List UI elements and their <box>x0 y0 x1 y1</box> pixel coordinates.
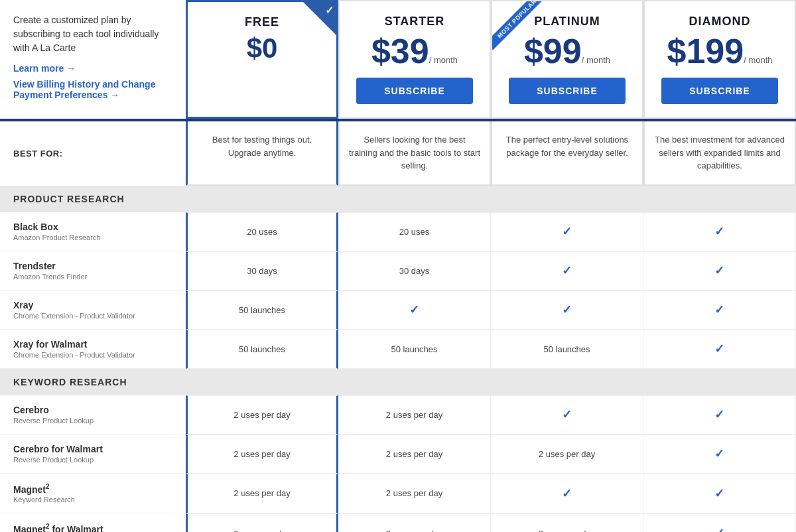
feature-sub-cerebro: Reverse Product Lookup <box>13 417 172 425</box>
feature-cell-trendster-diamond: ✓ <box>643 251 796 291</box>
feature-cell-cerebro-diamond: ✓ <box>643 395 796 434</box>
feature-label-magnet-walmart: Magnet2 for Walmart Keyword Research <box>0 513 186 532</box>
feature-name-cerebro-walmart: Cerebro for Walmart <box>13 444 172 454</box>
plan-price-diamond: $199/ month <box>651 34 788 68</box>
feature-cell-magnet-walmart-platinum: 2 uses per day <box>491 513 643 532</box>
plan-name-diamond: DIAMOND <box>651 15 788 29</box>
best-for-label: BEST FOR: <box>0 121 186 186</box>
subscribe-button-diamond[interactable]: SUBSCRIBE <box>661 78 777 104</box>
checkmark-icon: ✓ <box>714 526 724 532</box>
feature-cell-black-box-platinum: ✓ <box>491 212 643 251</box>
feature-cell-cerebro-walmart-starter: 2 uses per day <box>338 434 491 474</box>
feature-cell-cerebro-walmart-free: 2 uses per day <box>186 434 338 474</box>
plan-header-starter: STARTER $39/ month SUBSCRIBE <box>338 0 491 119</box>
feature-sub-cerebro-walmart: Reverse Product Lookup <box>13 456 172 464</box>
most-popular-ribbon-wrapper: MOST POPULAR <box>492 1 545 54</box>
feature-sub-magnet: Keyword Research <box>13 496 172 503</box>
feature-sub-trendster: Amazon Trends Finder <box>13 273 172 281</box>
feature-cell-xray-walmart-platinum: 50 launches <box>491 330 643 369</box>
checkmark-icon: ✓ <box>562 224 572 239</box>
checkmark-icon: ✓ <box>562 486 572 501</box>
header-info: Create a customized plan by subscribing … <box>0 0 186 119</box>
learn-more-link[interactable]: Learn more → <box>13 63 172 74</box>
feature-label-xray-walmart: Xray for Walmart Chrome Extension - Prod… <box>0 330 186 369</box>
feature-cell-magnet-free: 2 uses per day <box>186 474 338 514</box>
checkmark-icon: ✓ <box>714 342 724 356</box>
plan-price-starter: $39/ month <box>346 34 483 68</box>
checkmark-icon: ✓ <box>409 302 419 317</box>
feature-name-magnet: Magnet2 <box>13 483 172 495</box>
feature-label-xray: Xray Chrome Extension - Product Validato… <box>0 291 186 330</box>
checkmark-icon: ✓ <box>714 407 724 422</box>
billing-link[interactable]: View Billing History and Change Payment … <box>13 79 172 100</box>
feature-cell-black-box-starter: 20 uses <box>338 212 491 251</box>
checkmark-icon: ✓ <box>714 263 724 278</box>
feature-sub-xray-walmart: Chrome Extension - Product Validator <box>13 351 172 359</box>
section-header-keyword-research: KEYWORD RESEARCH <box>0 369 796 395</box>
feature-cell-magnet-platinum: ✓ <box>491 474 643 514</box>
price-number-starter: $39 <box>371 32 429 70</box>
best-for-free: Best for testing things out. Upgrade any… <box>186 121 338 186</box>
feature-name-magnet-walmart: Magnet2 for Walmart <box>13 523 172 532</box>
checkmark-icon: ✓ <box>714 224 724 239</box>
feature-cell-cerebro-free: 2 uses per day <box>186 395 338 434</box>
feature-cell-black-box-diamond: ✓ <box>643 212 796 251</box>
feature-label-magnet: Magnet2 Keyword Research <box>0 474 186 514</box>
info-text: Create a customized plan by subscribing … <box>13 13 172 55</box>
feature-name-black-box: Black Box <box>13 222 172 232</box>
checkmark-icon: ✓ <box>714 446 724 461</box>
feature-label-cerebro-walmart: Cerebro for Walmart Reverse Product Look… <box>0 434 186 474</box>
feature-cell-magnet-walmart-diamond: ✓ <box>643 513 796 532</box>
price-number-free: $0 <box>247 33 278 64</box>
feature-cell-xray-platinum: ✓ <box>491 291 643 330</box>
subscribe-button-platinum[interactable]: SUBSCRIBE <box>509 78 625 104</box>
feature-cell-trendster-free: 30 days <box>186 251 338 291</box>
free-check-badge <box>303 2 336 35</box>
feature-name-cerebro: Cerebro <box>13 405 172 415</box>
feature-label-cerebro: Cerebro Reverse Product Lookup <box>0 395 186 434</box>
feature-sub-xray: Chrome Extension - Product Validator <box>13 312 172 320</box>
plan-header-free: FREE $0 <box>186 0 338 119</box>
feature-name-xray-walmart: Xray for Walmart <box>13 339 172 350</box>
feature-label-trendster: Trendster Amazon Trends Finder <box>0 251 186 291</box>
feature-cell-black-box-free: 20 uses <box>186 212 338 251</box>
feature-name-trendster: Trendster <box>13 261 172 271</box>
feature-cell-cerebro-platinum: ✓ <box>491 395 643 434</box>
checkmark-icon: ✓ <box>714 302 724 317</box>
feature-cell-xray-walmart-starter: 50 launches <box>338 330 491 369</box>
feature-cell-cerebro-starter: 2 uses per day <box>338 395 491 434</box>
feature-cell-cerebro-walmart-diamond: ✓ <box>643 434 796 474</box>
feature-cell-magnet-walmart-starter: 2 uses per day <box>338 513 491 532</box>
price-period-platinum: / month <box>582 55 610 65</box>
feature-cell-xray-diamond: ✓ <box>643 291 796 330</box>
feature-cell-xray-walmart-diamond: ✓ <box>643 330 796 369</box>
pricing-table: Create a customized plan by subscribing … <box>0 0 796 532</box>
checkmark-icon: ✓ <box>562 302 572 317</box>
feature-cell-magnet-starter: 2 uses per day <box>338 474 491 514</box>
plan-header-platinum: MOST POPULAR PLATINUM $99/ month SUBSCRI… <box>491 0 643 119</box>
plan-price-free: $0 <box>194 34 330 62</box>
feature-cell-xray-walmart-free: 50 launches <box>186 330 338 369</box>
subscribe-button-starter[interactable]: SUBSCRIBE <box>356 78 472 104</box>
feature-cell-trendster-starter: 30 days <box>338 251 491 291</box>
checkmark-icon: ✓ <box>714 486 724 501</box>
checkmark-icon: ✓ <box>562 407 572 422</box>
feature-cell-magnet-walmart-free: 2 uses per day <box>186 513 338 532</box>
price-period-diamond: / month <box>744 55 772 65</box>
best-for-starter: Sellers looking for the best training an… <box>338 121 491 186</box>
best-for-diamond: The best investment for advanced sellers… <box>643 121 796 186</box>
best-for-platinum: The perfect entry-level solutions packag… <box>491 121 643 186</box>
section-header-product-research: PRODUCT RESEARCH <box>0 186 796 212</box>
feature-cell-magnet-diamond: ✓ <box>643 474 796 514</box>
feature-cell-xray-starter: ✓ <box>338 291 491 330</box>
plan-header-diamond: DIAMOND $199/ month SUBSCRIBE <box>643 0 796 119</box>
feature-sub-black-box: Amazon Product Research <box>13 233 172 241</box>
feature-label-black-box: Black Box Amazon Product Research <box>0 212 186 251</box>
price-number-diamond: $199 <box>667 32 744 70</box>
checkmark-icon: ✓ <box>562 263 572 278</box>
price-period-starter: / month <box>429 55 458 65</box>
feature-cell-cerebro-walmart-platinum: 2 uses per day <box>491 434 643 474</box>
feature-cell-trendster-platinum: ✓ <box>491 251 643 291</box>
feature-name-xray: Xray <box>13 300 172 310</box>
feature-cell-xray-free: 50 launches <box>186 291 338 330</box>
